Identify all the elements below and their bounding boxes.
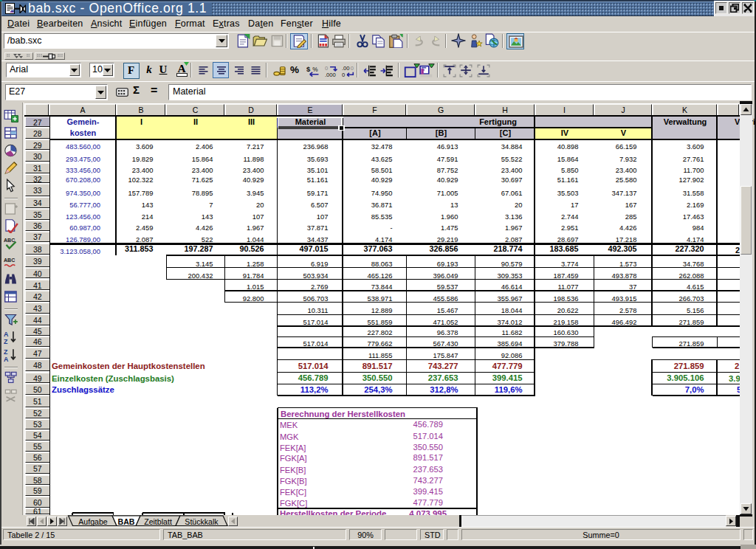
svg-text:ABC: ABC — [4, 238, 15, 244]
svg-text:Z: Z — [4, 338, 8, 345]
svg-text:0: 0 — [342, 72, 345, 77]
svg-text:0: 0 — [351, 65, 354, 72]
svg-text:.00: .00 — [342, 65, 350, 72]
svg-text:%: % — [312, 66, 318, 73]
svg-text:.000: .000 — [325, 72, 336, 77]
svg-text:0: 0 — [325, 65, 328, 72]
svg-text:$: $ — [306, 65, 311, 73]
svg-text:ABC: ABC — [4, 258, 15, 263]
svg-text:A: A — [4, 356, 9, 362]
